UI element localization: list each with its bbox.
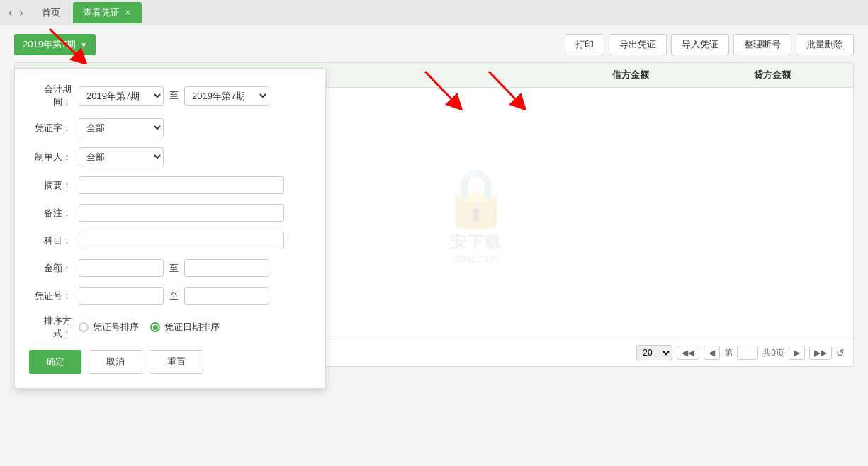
reset-button[interactable]: 重置 <box>150 350 203 374</box>
period-label: 2019年第7期 <box>23 38 76 51</box>
voucher-no-from-input[interactable] <box>79 287 164 305</box>
filter-panel: 会计期间： 2019年第7期 至 2019年第7期 凭证字： 全部 制单人： 全… <box>14 68 326 389</box>
filter-note-row: 备注： <box>29 204 311 222</box>
sort-by-no-radio[interactable] <box>79 322 89 332</box>
amount-from-input[interactable] <box>79 259 164 277</box>
filter-buttons: 确定 取消 重置 <box>29 350 311 374</box>
first-page-button[interactable]: ◀◀ <box>677 346 699 360</box>
voucher-no-to-input[interactable] <box>184 287 269 305</box>
period-to-label: 至 <box>169 89 179 102</box>
confirm-button[interactable]: 确定 <box>29 350 81 374</box>
sort-by-date-radio[interactable] <box>150 322 160 332</box>
sort-label: 排序方式： <box>29 314 79 340</box>
prev-page-button[interactable]: ◀ <box>704 346 720 360</box>
filter-summary-row: 摘要： <box>29 176 311 194</box>
note-input[interactable] <box>79 204 284 222</box>
subject-input[interactable] <box>79 232 284 249</box>
radio-dot <box>153 325 158 330</box>
main-content: 2019年第7期 ▼ 打印 导出凭证 导入凭证 整理断号 批量删除 借方金额 贷… <box>0 25 868 466</box>
last-page-button[interactable]: ▶▶ <box>809 346 832 360</box>
period-label: 会计期间： <box>29 83 79 108</box>
tab-home[interactable]: 首页 <box>32 2 70 23</box>
total-pages: 共0页 <box>762 347 784 359</box>
period-selector-button[interactable]: 2019年第7期 ▼ <box>14 34 96 55</box>
per-page-select[interactable]: 20 50 100 <box>636 345 672 360</box>
voucher-no-label: 凭证号： <box>29 290 79 302</box>
voucher-no-to-separator: 至 <box>169 290 179 302</box>
header-credit: 贷方金额 <box>701 69 843 81</box>
sort-by-no-option[interactable]: 凭证号排序 <box>79 321 139 334</box>
export-button[interactable]: 导出凭证 <box>609 34 667 55</box>
period-to-select[interactable]: 2019年第7期 <box>184 86 269 106</box>
subject-label: 科目： <box>29 234 79 247</box>
filter-voucher-no-row: 凭证号： 至 <box>29 287 311 305</box>
amount-to-separator: 至 <box>169 262 179 275</box>
tab-close-button[interactable]: × <box>124 8 132 18</box>
batch-delete-button[interactable]: 批量删除 <box>796 34 854 55</box>
maker-select[interactable]: 全部 <box>79 147 164 166</box>
sort-radio-group: 凭证号排序 凭证日期排序 <box>79 321 220 334</box>
note-label: 备注： <box>29 207 79 220</box>
amount-range: 至 <box>79 259 269 277</box>
period-arrow-icon: ▼ <box>80 41 87 49</box>
voucher-label: 凭证字： <box>29 122 79 135</box>
print-button[interactable]: 打印 <box>565 34 604 55</box>
nav-arrows: ‹ › <box>6 5 26 21</box>
filter-maker-row: 制单人： 全部 <box>29 147 311 166</box>
next-page-button[interactable]: ▶ <box>789 346 805 360</box>
nav-back-button[interactable]: ‹ <box>6 5 15 21</box>
action-buttons: 打印 导出凭证 导入凭证 整理断号 批量删除 <box>565 34 854 55</box>
maker-label: 制单人： <box>29 151 79 164</box>
refresh-button[interactable]: ↺ <box>836 347 845 358</box>
sort-by-date-label: 凭证日期排序 <box>164 321 220 334</box>
watermark: 🔒 安下载 anxz.com <box>441 165 512 264</box>
top-bar: 2019年第7期 ▼ 打印 导出凭证 导入凭证 整理断号 批量删除 <box>14 34 854 55</box>
filter-sort-row: 排序方式： 凭证号排序 凭证日期排序 <box>29 314 311 340</box>
voucher-no-range: 至 <box>79 287 269 305</box>
tab-active-label: 查看凭证 <box>83 6 120 19</box>
filter-subject-row: 科目： <box>29 232 311 249</box>
filter-period-row: 会计期间： 2019年第7期 至 2019年第7期 <box>29 83 311 108</box>
page-label: 第 <box>724 347 733 359</box>
cancel-button[interactable]: 取消 <box>89 350 142 374</box>
sort-by-date-option[interactable]: 凭证日期排序 <box>150 321 220 334</box>
current-page-input[interactable]: 0 <box>737 346 758 360</box>
header-debit: 借方金额 <box>560 69 701 81</box>
tab-view-voucher[interactable]: 查看凭证 × <box>73 2 142 23</box>
voucher-select[interactable]: 全部 <box>79 118 164 137</box>
nav-forward-button[interactable]: › <box>16 5 26 21</box>
period-from-select[interactable]: 2019年第7期 <box>79 86 164 106</box>
watermark-icon: 🔒 <box>441 165 512 232</box>
summary-input[interactable] <box>79 176 284 194</box>
filter-amount-row: 金额： 至 <box>29 259 311 277</box>
filter-voucher-row: 凭证字： 全部 <box>29 118 311 137</box>
organize-button[interactable]: 整理断号 <box>733 34 791 55</box>
sort-by-no-label: 凭证号排序 <box>93 321 139 334</box>
summary-label: 摘要： <box>29 179 79 192</box>
watermark-text: 安下载 <box>451 232 502 253</box>
amount-to-input[interactable] <box>184 259 269 277</box>
amount-label: 金额： <box>29 262 79 275</box>
import-button[interactable]: 导入凭证 <box>671 34 729 55</box>
watermark-sub: anxz.com <box>455 253 497 264</box>
tab-bar: ‹ › 首页 查看凭证 × <box>0 0 868 25</box>
